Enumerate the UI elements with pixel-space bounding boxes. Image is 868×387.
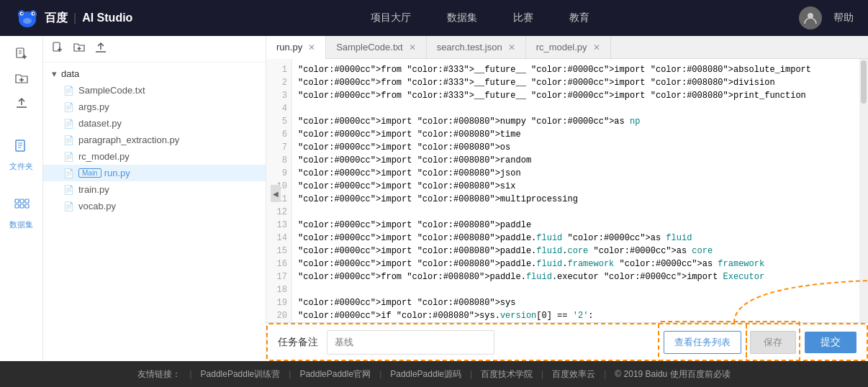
- toolbar-upload-icon[interactable]: [95, 42, 107, 56]
- file-args[interactable]: 📄 args.py: [43, 99, 266, 115]
- file-icon-py: 📄: [63, 168, 74, 178]
- footer-friendship-label: 友情链接：: [137, 368, 181, 381]
- editor-area: run.py ✕ SampleCode.txt ✕ search.test.js…: [266, 36, 868, 361]
- nav-projects[interactable]: 项目大厅: [371, 12, 411, 24]
- nav-datasets[interactable]: 数据集: [447, 12, 477, 24]
- baidu-text: 百度: [45, 11, 68, 26]
- tab-bar: run.py ✕ SampleCode.txt ✕ search.test.js…: [266, 36, 868, 59]
- tab-close-icon[interactable]: ✕: [409, 42, 416, 53]
- dataset-section-label: 数据集: [9, 219, 33, 230]
- new-file-button[interactable]: [7, 43, 36, 65]
- file-paragraph-extraction[interactable]: 📄 paragraph_extraction.py: [43, 132, 266, 148]
- file-icon-py: 📄: [63, 119, 74, 129]
- scrollbar[interactable]: [859, 59, 868, 322]
- file-icon[interactable]: [7, 132, 36, 161]
- file-name: train.py: [78, 184, 109, 195]
- file-name: paragraph_extraction.py: [78, 135, 179, 145]
- file-samplecode[interactable]: 📄 SampleCode.txt: [43, 82, 266, 99]
- svg-rect-27: [25, 204, 29, 208]
- nav-competition[interactable]: 比赛: [513, 12, 533, 24]
- scrollbar-thumb[interactable]: [861, 60, 867, 104]
- file-icon-py: 📄: [63, 201, 74, 211]
- sidebar: 文件夹 数据集: [0, 36, 43, 361]
- tab-label: search.test.json: [437, 42, 502, 53]
- new-folder-button[interactable]: [7, 68, 36, 89]
- avatar[interactable]: [799, 6, 822, 29]
- file-name: SampleCode.txt: [78, 85, 145, 96]
- dataset-section: 数据集: [7, 191, 36, 230]
- file-actions: [7, 43, 36, 114]
- help-link[interactable]: 帮助: [833, 12, 854, 24]
- tab-close-icon[interactable]: ✕: [593, 42, 600, 53]
- svg-point-6: [32, 13, 34, 14]
- view-tasks-button[interactable]: 查看任务列表: [664, 331, 741, 354]
- file-dataset[interactable]: 📄 dataset.py: [43, 115, 266, 132]
- task-note-label: 任务备注: [278, 336, 318, 349]
- footer-link-official[interactable]: PaddlePaddle官网: [299, 368, 371, 381]
- task-note-input[interactable]: [327, 330, 494, 355]
- tab-label: rc_model.py: [536, 42, 587, 53]
- file-icon-py: 📄: [63, 152, 74, 162]
- footer-copyright: © 2019 Baidu 使用百度前必读: [615, 368, 730, 381]
- avatar-icon: [803, 11, 818, 25]
- file-train[interactable]: 📄 train.py: [43, 181, 266, 198]
- toolbar-new-folder-icon[interactable]: [73, 42, 85, 56]
- svg-point-5: [21, 13, 22, 14]
- top-navigation: 百度 | AI Studio 项目大厅 数据集 比赛 教育 帮助: [0, 0, 868, 36]
- tab-label: SampleCode.txt: [336, 42, 403, 53]
- file-name: run.py: [104, 168, 130, 178]
- file-name: args.py: [78, 101, 109, 112]
- footer-link-training[interactable]: PaddlePaddle训练营: [201, 368, 281, 381]
- baidu-bear-icon: [14, 5, 40, 31]
- footer-link-cloud[interactable]: 百度效率云: [552, 368, 595, 381]
- footer-link-academy[interactable]: 百度技术学院: [481, 368, 533, 381]
- tab-search-test[interactable]: search.test.json ✕: [427, 36, 526, 58]
- nav-education[interactable]: 教育: [569, 12, 589, 24]
- tab-label: run.py: [276, 42, 302, 53]
- tab-close-icon[interactable]: ✕: [508, 42, 515, 53]
- main-badge: Main: [78, 168, 101, 178]
- file-icon-py: 📄: [63, 135, 74, 145]
- main-navigation: 项目大厅 数据集 比赛 教育: [161, 12, 799, 24]
- code-editor[interactable]: 123456789101112131415161718192021222324 …: [266, 59, 868, 322]
- svg-rect-25: [20, 204, 24, 208]
- logo[interactable]: 百度 | AI Studio: [14, 5, 132, 31]
- file-vocab[interactable]: 📄 vocab.py: [43, 198, 266, 214]
- footer: 友情链接： | PaddlePaddle训练营 | PaddlePaddle官网…: [0, 361, 868, 387]
- toolbar-new-file-icon[interactable]: [52, 42, 63, 56]
- svg-rect-24: [15, 204, 19, 208]
- file-name: dataset.py: [78, 118, 122, 129]
- file-name: vocab.py: [78, 201, 116, 211]
- dataset-icon[interactable]: [7, 191, 36, 219]
- file-panel: ▾ data 📄 SampleCode.txt 📄 args.py 📄 data…: [43, 36, 266, 361]
- svg-rect-23: [20, 199, 24, 203]
- file-tree: ▾ data 📄 SampleCode.txt 📄 args.py 📄 data…: [43, 63, 266, 361]
- file-rc-model[interactable]: 📄 rc_model.py: [43, 148, 266, 165]
- upload-button[interactable]: [7, 92, 36, 114]
- save-button[interactable]: 保存: [750, 331, 796, 354]
- file-name: rc_model.py: [78, 151, 130, 162]
- bottom-panel: 任务备注 查看任务列表 保存 提交: [266, 322, 868, 361]
- tab-rc-model[interactable]: rc_model.py ✕: [526, 36, 611, 58]
- file-icon-py: 📄: [63, 102, 74, 112]
- main-area: 文件夹 数据集: [0, 36, 868, 361]
- file-icon-txt: 📄: [63, 86, 74, 96]
- chevron-down-icon: ▾: [52, 68, 57, 79]
- studio-text: AI Studio: [82, 12, 132, 24]
- topnav-right: 帮助: [799, 6, 854, 29]
- tab-close-icon[interactable]: ✕: [308, 42, 315, 53]
- file-icon-py: 📄: [63, 185, 74, 195]
- panel-collapse-button[interactable]: ◀: [271, 185, 281, 202]
- svg-point-7: [23, 18, 32, 24]
- svg-rect-26: [25, 199, 29, 203]
- submit-button[interactable]: 提交: [805, 332, 856, 353]
- file-run[interactable]: 📄 Main run.py: [43, 165, 266, 181]
- folder-data[interactable]: ▾ data: [43, 65, 266, 82]
- code-content[interactable]: "color:#0000cc">from "color:#333">__futu…: [292, 59, 859, 322]
- tab-samplecode[interactable]: SampleCode.txt ✕: [326, 36, 427, 58]
- file-section-label: 文件夹: [9, 161, 33, 172]
- folder-name: data: [61, 68, 79, 79]
- footer-link-source[interactable]: PaddlePaddle源码: [390, 368, 461, 381]
- file-section: 文件夹: [7, 132, 36, 172]
- tab-run-py[interactable]: run.py ✕: [266, 36, 326, 59]
